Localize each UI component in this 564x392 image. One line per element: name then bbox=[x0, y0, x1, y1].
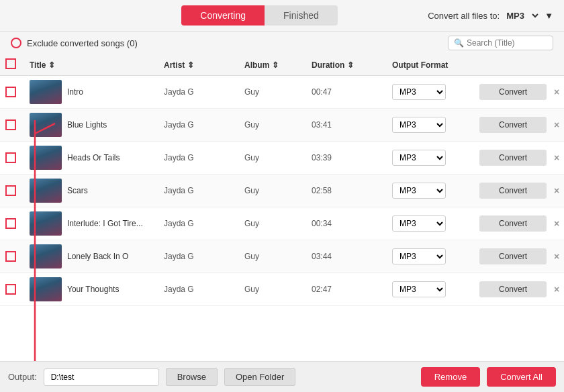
convert-button-3[interactable]: Convert bbox=[479, 183, 547, 199]
row-checkbox-1[interactable] bbox=[5, 119, 16, 130]
album-4: Guy bbox=[244, 219, 312, 228]
song-title-3: Scars bbox=[67, 186, 88, 195]
title-cell-6: Your Thoughts bbox=[30, 277, 164, 301]
format-dropdown-1: MP3 AAC FLAC bbox=[392, 117, 479, 133]
artist-0: Jayda G bbox=[164, 87, 244, 97]
album-sort-icon[interactable]: ⇕ bbox=[272, 60, 279, 70]
song-thumbnail-5 bbox=[30, 244, 62, 268]
row-checkbox-6[interactable] bbox=[5, 284, 16, 295]
browse-button[interactable]: Browse bbox=[166, 368, 218, 386]
format-select-6[interactable]: MP3 AAC FLAC bbox=[392, 281, 446, 297]
song-title-0: Intro bbox=[67, 87, 83, 97]
remove-row-button-4[interactable]: × bbox=[547, 218, 564, 229]
artist-4: Jayda G bbox=[164, 219, 244, 228]
duration-3: 02:58 bbox=[312, 186, 392, 195]
remove-row-button-0[interactable]: × bbox=[547, 87, 564, 97]
artist-6: Jayda G bbox=[164, 285, 244, 294]
song-thumbnail-0 bbox=[30, 80, 62, 104]
song-title-5: Lonely Back In O bbox=[67, 252, 128, 261]
open-folder-button[interactable]: Open Folder bbox=[224, 368, 295, 386]
format-dropdown-3: MP3 AAC FLAC bbox=[392, 183, 479, 199]
convert-button-4[interactable]: Convert bbox=[479, 215, 547, 232]
table-body: Intro Jayda G Guy 00:47 MP3 AAC FLAC Con… bbox=[0, 76, 564, 361]
convert-button-5[interactable]: Convert bbox=[479, 248, 547, 264]
artist-1: Jayda G bbox=[164, 120, 244, 130]
format-select-3[interactable]: MP3 AAC FLAC bbox=[392, 183, 446, 199]
table-row: Your Thoughts Jayda G Guy 02:47 MP3 AAC … bbox=[0, 273, 564, 306]
format-dropdown-6: MP3 AAC FLAC bbox=[392, 281, 479, 297]
convert-button-1[interactable]: Convert bbox=[479, 117, 547, 133]
remove-button[interactable]: Remove bbox=[421, 367, 480, 387]
song-thumbnail-3 bbox=[30, 179, 62, 203]
album-2: Guy bbox=[244, 153, 312, 162]
tab-group: Converting Finished bbox=[181, 5, 338, 26]
bottom-bar: Output: Browse Open Folder Remove Conver… bbox=[0, 361, 564, 392]
song-title-1: Blue Lights bbox=[67, 120, 107, 130]
duration-2: 03:39 bbox=[312, 153, 392, 162]
row-checkbox-2[interactable] bbox=[5, 152, 16, 163]
convert-button-6[interactable]: Convert bbox=[479, 281, 547, 297]
format-select-0[interactable]: MP3 AAC FLAC bbox=[392, 84, 446, 100]
song-title-2: Heads Or Tails bbox=[67, 153, 120, 162]
exclude-bar: Exclude converted songs (0) 🔍 bbox=[0, 32, 564, 54]
duration-sort-icon[interactable]: ⇕ bbox=[347, 60, 354, 70]
format-select-2[interactable]: MP3 AAC FLAC bbox=[392, 150, 446, 166]
row-checkbox-3[interactable] bbox=[5, 185, 16, 196]
duration-0: 00:47 bbox=[312, 87, 392, 97]
table-row: Intro Jayda G Guy 00:47 MP3 AAC FLAC Con… bbox=[0, 76, 564, 109]
title-sort-icon[interactable]: ⇕ bbox=[48, 60, 55, 70]
album-6: Guy bbox=[244, 285, 312, 294]
album-0: Guy bbox=[244, 87, 312, 97]
table-row: Interlude: I Got Tire... Jayda G Guy 00:… bbox=[0, 207, 564, 240]
title-cell-2: Heads Or Tails bbox=[30, 146, 164, 170]
artist-3: Jayda G bbox=[164, 186, 244, 195]
output-label: Output: bbox=[8, 372, 37, 382]
song-thumbnail-4 bbox=[30, 211, 62, 236]
duration-4: 00:34 bbox=[312, 219, 392, 228]
format-select-5[interactable]: MP3 AAC FLAC bbox=[392, 248, 446, 264]
song-title-4: Interlude: I Got Tire... bbox=[67, 219, 143, 228]
remove-row-button-3[interactable]: × bbox=[547, 185, 564, 196]
album-5: Guy bbox=[244, 252, 312, 261]
tab-converting[interactable]: Converting bbox=[181, 5, 265, 26]
row-checkbox-5[interactable] bbox=[5, 251, 16, 262]
convert-all-button[interactable]: Convert All bbox=[487, 367, 556, 387]
format-select-4[interactable]: MP3 AAC FLAC bbox=[392, 215, 446, 232]
artist-sort-icon[interactable]: ⇕ bbox=[187, 60, 194, 70]
search-box[interactable]: 🔍 bbox=[448, 36, 553, 50]
table-header: Title ⇕ Artist ⇕ Album ⇕ Duration ⇕ Outp… bbox=[0, 54, 564, 76]
convert-button-0[interactable]: Convert bbox=[479, 84, 547, 100]
artist-2: Jayda G bbox=[164, 153, 244, 162]
row-checkbox-0[interactable] bbox=[5, 87, 16, 97]
format-dropdown-0: MP3 AAC FLAC bbox=[392, 84, 479, 100]
remove-row-button-5[interactable]: × bbox=[547, 251, 564, 262]
album-1: Guy bbox=[244, 120, 312, 130]
tab-finished[interactable]: Finished bbox=[265, 5, 338, 26]
header-duration: Duration bbox=[312, 60, 344, 70]
row-checkbox-4[interactable] bbox=[5, 218, 16, 229]
search-input[interactable] bbox=[467, 38, 547, 48]
top-bar: Converting Finished Convert all files to… bbox=[0, 0, 564, 32]
exclude-left: Exclude converted songs (0) bbox=[11, 38, 138, 48]
header-checkbox[interactable] bbox=[5, 58, 16, 69]
remove-row-button-1[interactable]: × bbox=[547, 119, 564, 130]
format-dropdown-2: MP3 AAC FLAC bbox=[392, 150, 479, 166]
convert-all-label: Convert all files to: bbox=[428, 11, 500, 21]
dropdown-arrow-icon: ▼ bbox=[545, 11, 553, 21]
format-select-1[interactable]: MP3 AAC FLAC bbox=[392, 117, 446, 133]
remove-row-button-2[interactable]: × bbox=[547, 152, 564, 163]
table-row: Blue Lights Jayda G Guy 03:41 MP3 AAC FL… bbox=[0, 109, 564, 142]
exclude-label: Exclude converted songs (0) bbox=[27, 38, 138, 48]
table-row: Lonely Back In O Jayda G Guy 03:44 MP3 A… bbox=[0, 240, 564, 273]
duration-1: 03:41 bbox=[312, 120, 392, 130]
header-title: Title bbox=[30, 60, 46, 70]
title-cell-5: Lonely Back In O bbox=[30, 244, 164, 268]
title-cell-1: Blue Lights bbox=[30, 113, 164, 137]
header-output-format: Output Format bbox=[392, 60, 448, 70]
search-icon: 🔍 bbox=[454, 38, 464, 48]
convert-button-2[interactable]: Convert bbox=[479, 150, 547, 166]
output-path-input[interactable] bbox=[44, 369, 159, 386]
remove-row-button-6[interactable]: × bbox=[547, 284, 564, 295]
global-format-select[interactable]: MP3 AAC FLAC bbox=[504, 10, 540, 21]
main-content: Title ⇕ Artist ⇕ Album ⇕ Duration ⇕ Outp… bbox=[0, 54, 564, 361]
